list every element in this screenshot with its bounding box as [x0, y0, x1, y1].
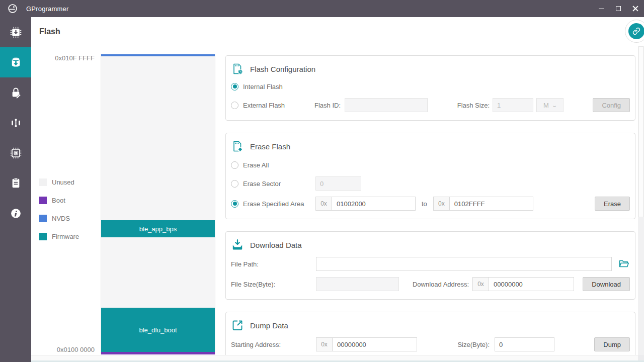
folder-open-icon [618, 258, 629, 269]
file-path-input[interactable] [316, 257, 612, 271]
download-data-card: Download Data File Path: File Size(Byte)… [225, 231, 635, 300]
page-title: Flash [39, 27, 60, 36]
sidebar-item-chip-download[interactable] [0, 17, 31, 47]
erase-sector-input[interactable] [315, 176, 361, 191]
memory-region-boot [101, 352, 215, 354]
erase-end-address-input[interactable] [450, 197, 533, 210]
starting-address-input[interactable] [333, 338, 417, 351]
dump-data-card: Dump Data Starting Address: 0x Size(Byte… [225, 312, 635, 360]
file-size-label: File Size(Byte): [231, 281, 311, 288]
erase-button[interactable]: Erase [595, 197, 630, 211]
starting-address-field: 0x [316, 337, 417, 351]
external-flash-radio[interactable] [231, 102, 238, 109]
browse-file-button[interactable] [618, 258, 630, 270]
to-label: to [422, 200, 427, 208]
erase-start-address-input[interactable] [332, 197, 415, 210]
lock-pencil-icon [9, 86, 23, 100]
window-controls [593, 0, 644, 17]
erase-flash-card: Erase Flash Erase All Erase Sector [225, 133, 635, 219]
download-data-title-row: Download Data [231, 238, 630, 252]
erase-all-radio[interactable] [231, 161, 238, 169]
internal-flash-option[interactable]: Internal Flash [231, 83, 283, 90]
legend-item-boot: Boot [39, 196, 79, 204]
flash-id-label: Flash ID: [311, 102, 341, 109]
cards-panel: Flash Configuration Internal Flash Exter… [221, 46, 638, 355]
config-button[interactable]: Config [593, 98, 630, 112]
flash-size-input[interactable] [493, 98, 533, 112]
sidebar-item-chip-config[interactable] [0, 138, 31, 168]
clipboard-icon [9, 176, 23, 190]
legend-swatch-boot [39, 197, 47, 204]
download-address-field: 0x [472, 277, 574, 291]
legend-item-firmware: Firmware [39, 232, 79, 240]
memory-region-ble-dfu-boot[interactable]: ble_dfu_boot [101, 308, 215, 352]
erase-specified-area-radio[interactable] [231, 200, 238, 208]
memory-bottom-address: 0x0100 0000 [31, 346, 95, 353]
hex-prefix: 0x [316, 338, 333, 351]
chip-download-icon [9, 26, 23, 39]
connector-icon [9, 116, 23, 130]
app-logo-icon [7, 3, 18, 14]
flash-configuration-title: Flash Configuration [250, 65, 315, 73]
vertical-scrollbar-thumb[interactable] [638, 46, 643, 217]
vertical-scrollbar[interactable] [638, 46, 644, 362]
download-button[interactable]: Download [583, 277, 630, 291]
erase-sector-option[interactable]: Erase Sector [231, 180, 315, 188]
external-flash-option[interactable]: External Flash [231, 102, 311, 109]
sidebar-item-about[interactable] [0, 198, 31, 228]
sidebar [0, 17, 31, 362]
maximize-icon [616, 6, 621, 11]
flash-size-unit-select[interactable]: M ⌄ [536, 98, 564, 112]
starting-address-label: Starting Address: [231, 341, 311, 348]
flash-configuration-title-row: Flash Configuration [231, 62, 630, 76]
erase-flash-title-row: Erase Flash [231, 139, 630, 153]
dump-size-input[interactable] [495, 337, 554, 351]
hex-prefix: 0x [434, 197, 450, 210]
memory-region-ble-app-bps[interactable]: ble_app_bps [101, 220, 215, 237]
connect-button[interactable] [628, 23, 644, 39]
close-button[interactable] [627, 0, 644, 17]
chip-gear-icon [9, 146, 23, 160]
download-data-icon [231, 238, 244, 251]
sidebar-item-log[interactable] [0, 168, 31, 198]
file-size-input[interactable] [316, 277, 399, 291]
memory-map: ble_app_bps ble_dfu_boot [101, 54, 215, 354]
sidebar-item-encrypt-sign[interactable] [0, 77, 31, 108]
maximize-button[interactable] [610, 0, 627, 17]
memory-region-unused-lower [101, 237, 215, 308]
erase-flash-title: Erase Flash [250, 142, 290, 151]
memory-region-unused-upper [101, 56, 215, 220]
erase-end-address-field: 0x [433, 197, 533, 211]
download-address-input[interactable] [489, 278, 574, 291]
erase-all-option[interactable]: Erase All [231, 161, 269, 169]
erase-sector-radio[interactable] [231, 180, 238, 188]
link-icon [632, 27, 640, 35]
erase-specified-area-option[interactable]: Erase Specified Area [231, 200, 315, 208]
memory-legend: Unused Boot NVDS Firmware [39, 178, 79, 250]
erase-start-address-field: 0x [315, 197, 416, 211]
close-icon [632, 6, 638, 12]
flash-icon [9, 56, 23, 69]
memory-top-address: 0x010F FFFF [31, 54, 95, 62]
memory-map-panel: 0x010F FFFF 0x0100 0000 ble_app_bps ble_… [31, 46, 221, 362]
page-header: Flash [31, 17, 644, 46]
flash-size-label: Flash Size: [455, 102, 490, 109]
minimize-button[interactable] [593, 0, 610, 17]
dump-data-title: Dump Data [250, 321, 288, 330]
dump-button[interactable]: Dump [594, 337, 630, 351]
dump-data-title-row: Dump Data [231, 318, 630, 332]
hex-prefix: 0x [473, 278, 489, 291]
info-icon [9, 207, 23, 220]
dump-data-icon [231, 319, 244, 332]
download-data-title: Download Data [250, 241, 302, 249]
gprogrammer-window: GProgrammer [0, 0, 644, 362]
sidebar-item-connector[interactable] [0, 108, 31, 138]
app-title: GProgrammer [26, 5, 69, 13]
internal-flash-radio[interactable] [231, 83, 238, 90]
flash-config-icon [231, 62, 244, 75]
sidebar-item-flash[interactable] [0, 47, 31, 77]
titlebar: GProgrammer [0, 0, 644, 17]
flash-page-content: 0x010F FFFF 0x0100 0000 ble_app_bps ble_… [31, 46, 644, 362]
download-address-label: Download Address: [407, 281, 469, 288]
flash-id-input[interactable] [345, 98, 428, 112]
